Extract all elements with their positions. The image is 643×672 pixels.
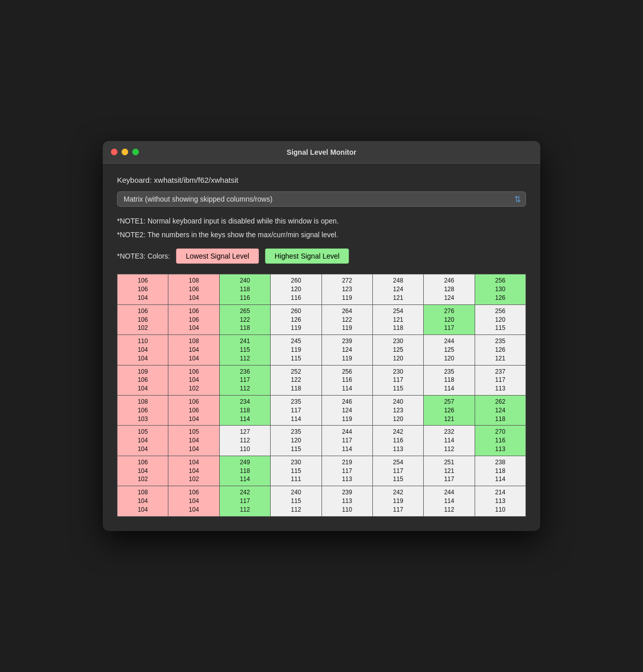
matrix-cell: 106106104 <box>118 274 168 304</box>
matrix-cell: 235117114 <box>271 396 322 426</box>
matrix-cell: 239124119 <box>322 335 372 365</box>
table-row: 1051041041051041041271121102351201152441… <box>118 426 526 456</box>
matrix-cell: 232114112 <box>424 426 475 456</box>
table-row: 1091061041061041022361171122521221182561… <box>118 365 526 395</box>
matrix-cell: 264122119 <box>322 304 372 334</box>
matrix-cell: 246128124 <box>424 274 475 304</box>
matrix-cell: 256120115 <box>475 304 525 334</box>
matrix-cell: 238118114 <box>475 456 525 486</box>
matrix-cell: 104104102 <box>168 456 219 486</box>
matrix-cell: 249118114 <box>219 456 270 486</box>
matrix-cell: 251121117 <box>424 456 475 486</box>
note3-prefix: *NOTE3: Colors: <box>117 252 170 260</box>
matrix-cell: 240118116 <box>219 274 270 304</box>
matrix-cell: 240123120 <box>372 396 423 426</box>
matrix-cell: 262124118 <box>475 396 525 426</box>
matrix-cell: 108104104 <box>168 335 219 365</box>
matrix-cell: 108106104 <box>168 274 219 304</box>
matrix-cell: 110104104 <box>118 335 168 365</box>
matrix-cell: 236117112 <box>219 365 270 395</box>
matrix-cell: 244114112 <box>424 486 475 516</box>
matrix-cell: 272123119 <box>322 274 372 304</box>
traffic-lights <box>111 149 139 155</box>
matrix-cell: 244125120 <box>424 335 475 365</box>
matrix-cell: 276120117 <box>424 304 475 334</box>
matrix-cell: 230115111 <box>271 456 322 486</box>
matrix-cell: 106104102 <box>118 456 168 486</box>
matrix-cell: 252122118 <box>271 365 322 395</box>
matrix-cell: 108104104 <box>118 486 168 516</box>
table-row: 1061061021061061042651221182601261192641… <box>118 304 526 334</box>
matrix-cell: 239113110 <box>322 486 372 516</box>
colors-row: *NOTE3: Colors: Lowest Signal Level High… <box>117 248 526 264</box>
matrix-cell: 256116114 <box>322 365 372 395</box>
main-window: Signal Level Monitor Keyboard: xwhatsit/… <box>103 141 540 530</box>
matrix-cell: 127112110 <box>219 426 270 456</box>
table-row: 1081041041061041042421171122401151122391… <box>118 486 526 516</box>
matrix-cell: 241115112 <box>219 335 270 365</box>
minimize-button[interactable] <box>122 149 128 155</box>
matrix-cell: 230125120 <box>372 335 423 365</box>
close-button[interactable] <box>111 149 118 155</box>
matrix-cell: 106106102 <box>118 304 168 334</box>
matrix-cell: 246124119 <box>322 396 372 426</box>
matrix-cell: 105104104 <box>118 426 168 456</box>
matrix-cell: 254117115 <box>372 456 423 486</box>
dropdown-wrapper: Matrix (without showing skipped columns/… <box>117 191 526 207</box>
matrix-cell: 242117112 <box>219 486 270 516</box>
matrix-cell: 106104104 <box>168 486 219 516</box>
matrix-cell: 237117113 <box>475 365 525 395</box>
matrix-cell: 219117113 <box>322 456 372 486</box>
matrix-cell: 105104104 <box>168 426 219 456</box>
lowest-signal-badge: Lowest Signal Level <box>176 248 259 264</box>
matrix-cell: 108106103 <box>118 396 168 426</box>
matrix-cell: 214113110 <box>475 486 525 516</box>
note2: *NOTE2: The numbers in the keys show the… <box>117 230 526 240</box>
matrix-cell: 235118114 <box>424 365 475 395</box>
table-row: 1061041021041041022491181142301151112191… <box>118 456 526 486</box>
matrix-cell: 256130126 <box>475 274 525 304</box>
dropdown-container: Matrix (without showing skipped columns/… <box>117 191 526 207</box>
keyboard-label: Keyboard: xwhatsit/ibm/f62/xwhatsit <box>117 176 526 184</box>
matrix-cell: 242119117 <box>372 486 423 516</box>
table-row: 1081061031061061042341181142351171142461… <box>118 396 526 426</box>
matrix-cell: 106104102 <box>168 365 219 395</box>
signal-matrix-table: 1061061041081061042401181162601201162721… <box>117 274 526 516</box>
matrix-cell: 234118114 <box>219 396 270 426</box>
matrix-cell: 235126121 <box>475 335 525 365</box>
window-title: Signal Level Monitor <box>287 148 357 156</box>
matrix-dropdown[interactable]: Matrix (without showing skipped columns/… <box>117 191 526 207</box>
matrix-cell: 265122118 <box>219 304 270 334</box>
matrix-cell: 245119115 <box>271 335 322 365</box>
content-area: Keyboard: xwhatsit/ibm/f62/xwhatsit Matr… <box>103 163 540 530</box>
matrix-cell: 257126121 <box>424 396 475 426</box>
matrix-cell: 242116113 <box>372 426 423 456</box>
matrix-cell: 235120115 <box>271 426 322 456</box>
highest-signal-badge: Highest Signal Level <box>265 248 349 264</box>
matrix-cell: 106106104 <box>168 396 219 426</box>
matrix-cell: 254121118 <box>372 304 423 334</box>
maximize-button[interactable] <box>132 149 139 155</box>
matrix-cell: 109106104 <box>118 365 168 395</box>
matrix-cell: 248124121 <box>372 274 423 304</box>
matrix-cell: 106106104 <box>168 304 219 334</box>
table-row: 1101041041081041042411151122451191152391… <box>118 335 526 365</box>
matrix-cell: 244117114 <box>322 426 372 456</box>
titlebar: Signal Level Monitor <box>103 141 540 163</box>
note1: *NOTE1: Normal keyboard input is disable… <box>117 216 526 227</box>
matrix-cell: 260126119 <box>271 304 322 334</box>
matrix-cell: 230117115 <box>372 365 423 395</box>
matrix-cell: 240115112 <box>271 486 322 516</box>
notes-section: *NOTE1: Normal keyboard input is disable… <box>117 216 526 240</box>
table-row: 1061061041081061042401181162601201162721… <box>118 274 526 304</box>
matrix-cell: 270116113 <box>475 426 525 456</box>
matrix-cell: 260120116 <box>271 274 322 304</box>
